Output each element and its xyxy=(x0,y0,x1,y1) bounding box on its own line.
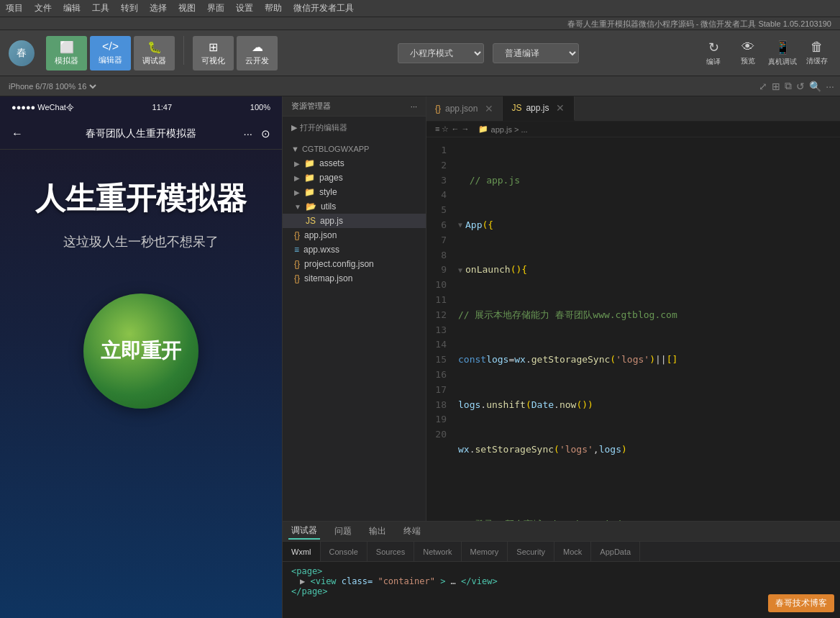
bottom-tabs: Wxml Console Sources Network Memory Secu… xyxy=(283,542,840,562)
watermark: 春哥技术博客 xyxy=(768,594,834,612)
menu-item-help[interactable]: 帮助 xyxy=(265,2,282,14)
visible-button[interactable]: ⊞ 可视化 xyxy=(193,36,234,71)
folder-utils-caret: ▼ xyxy=(294,203,301,211)
cloud-button[interactable]: ☁ 云开发 xyxy=(237,36,278,71)
refresh-icon[interactable]: ↺ xyxy=(796,81,805,92)
output-tab-btn[interactable]: 输出 xyxy=(366,524,389,539)
menu-item-tools[interactable]: 工具 xyxy=(92,2,109,14)
sitemap-icon: {} xyxy=(294,273,300,283)
phone-target-icon[interactable]: ⊙ xyxy=(261,127,270,140)
device-select[interactable]: iPhone 6/7/8 100% 16 xyxy=(6,81,99,91)
compile-select[interactable]: 普通编译 xyxy=(493,43,579,63)
layout-icon[interactable]: ⊞ xyxy=(772,81,780,92)
tab-appjs-close[interactable]: ✕ xyxy=(556,102,565,114)
open-editors-label: 打开的编辑器 xyxy=(300,122,347,133)
terminal-tab-btn[interactable]: 终端 xyxy=(401,524,424,539)
menu-item-view[interactable]: 视图 xyxy=(178,2,196,14)
folder-pages-icon: 📁 xyxy=(304,173,315,183)
issues-tab-btn[interactable]: 问题 xyxy=(332,524,355,539)
tab-appjson-close[interactable]: ✕ xyxy=(485,103,493,114)
breadcrumb-icons: ≡ ☆ ← → xyxy=(435,124,470,134)
tab-console[interactable]: Console xyxy=(321,542,368,561)
folder-utils-label: utils xyxy=(321,201,336,212)
html-line-2: ▶ <view class= "container" > … </view> xyxy=(291,576,831,586)
phone-restart-button[interactable]: 立即重开 xyxy=(83,294,198,409)
debugger-button[interactable]: 🐛 调试器 xyxy=(134,36,175,71)
cloud-label: 云开发 xyxy=(245,55,269,66)
file-appjson[interactable]: {} app.json xyxy=(283,228,426,242)
file-appjs-label: app.js xyxy=(320,216,343,226)
rotate-icon[interactable]: ⤢ xyxy=(759,81,767,92)
phone-panel: ●●●●● WeChat令 11:47 100% ← 春哥团队人生重开模拟器 ·… xyxy=(0,96,283,618)
simulator-button[interactable]: ⬜ 模拟器 xyxy=(46,36,87,71)
toolbar-btn-group: ⬜ 模拟器 </> 编辑器 🐛 调试器 ⊞ 可视化 ☁ 云开发 xyxy=(46,36,278,71)
folder-utils[interactable]: ▼ 📂 utils xyxy=(283,199,426,214)
menu-item-wechat[interactable]: 微信开发者工具 xyxy=(293,2,354,14)
project-section: ▼ CGTBLOGWXAPP ▶ 📁 assets ▶ 📁 pages ▶ 📁 … xyxy=(283,139,426,288)
tab-sources[interactable]: Sources xyxy=(368,542,414,561)
open-editors-section: ▶ 打开的编辑器 xyxy=(283,117,426,139)
folder-style-label: style xyxy=(319,187,337,197)
menu-item-interface[interactable]: 界面 xyxy=(207,2,224,14)
phone-nav-back[interactable]: ← xyxy=(12,127,23,140)
file-sitemap-label: sitemap.json xyxy=(304,273,352,283)
menu-item-file[interactable]: 文件 xyxy=(35,2,52,14)
more-icon[interactable]: ··· xyxy=(826,81,834,92)
tab-memory[interactable]: Memory xyxy=(462,542,508,561)
file-sitemap[interactable]: {} sitemap.json xyxy=(283,271,426,286)
tab-security[interactable]: Security xyxy=(508,542,554,561)
tab-appdata[interactable]: AppData xyxy=(591,542,640,561)
clearcache-action[interactable]: 🗑 清缓存 xyxy=(803,40,831,66)
file-tree-title: 资源管理器 xyxy=(291,101,331,112)
realdev-action[interactable]: 📱 真机调试 xyxy=(768,40,797,67)
folder-style[interactable]: ▶ 📁 style xyxy=(283,185,426,199)
tab-appjson-label: app.json xyxy=(445,104,478,114)
phone-content: 人生重开模拟器 这垃圾人生一秒也不想呆了 立即重开 xyxy=(0,150,282,618)
phone-header: ← 春哥团队人生重开模拟器 ··· ⊙ xyxy=(0,118,282,150)
copy-icon[interactable]: ⧉ xyxy=(785,80,792,92)
phone-time: 11:47 xyxy=(152,103,173,112)
file-appwxss[interactable]: ≡ app.wxss xyxy=(283,242,426,257)
tab-appjs-icon: JS xyxy=(511,103,521,113)
open-editors-title[interactable]: ▶ 打开的编辑器 xyxy=(283,119,426,136)
menu-item-settings[interactable]: 设置 xyxy=(236,2,253,14)
preview-action[interactable]: 👁 预览 xyxy=(734,40,762,66)
file-tree-more[interactable]: ··· xyxy=(411,102,417,111)
tab-wxml[interactable]: Wxml xyxy=(283,542,321,561)
realdev-icon: 📱 xyxy=(775,40,790,55)
tab-appjson-icon: {} xyxy=(435,104,441,114)
bottom-panel: 调试器 问题 输出 终端 Wxml Console Sources Networ… xyxy=(283,521,840,618)
tab-appjson[interactable]: {} app.json ✕ xyxy=(426,96,503,121)
folder-utils-icon: 📂 xyxy=(306,201,316,212)
breadcrumb-path: app.js > ... xyxy=(491,125,528,134)
project-label: CGTBLOGWXAPP xyxy=(302,145,370,153)
folder-style-caret: ▶ xyxy=(294,188,300,196)
file-projectconfig[interactable]: {} project.config.json xyxy=(283,257,426,271)
clearcache-icon: 🗑 xyxy=(811,40,823,55)
tab-mock[interactable]: Mock xyxy=(554,542,591,561)
debugger-tab-btn[interactable]: 调试器 xyxy=(288,523,320,540)
menu-item-goto[interactable]: 转到 xyxy=(121,2,138,14)
folder-assets[interactable]: ▶ 📁 assets xyxy=(283,156,426,171)
file-appjs[interactable]: JS app.js xyxy=(283,214,426,228)
menu-item-edit[interactable]: 编辑 xyxy=(63,2,81,14)
simulator-icon: ⬜ xyxy=(60,40,74,54)
tab-appjs[interactable]: JS app.js ✕ xyxy=(503,96,575,121)
folder-pages[interactable]: ▶ 📁 pages xyxy=(283,171,426,185)
project-title[interactable]: ▼ CGTBLOGWXAPP xyxy=(283,142,426,156)
toolbar-right: ↻ 编译 👁 预览 📱 真机调试 🗑 清缓存 xyxy=(699,40,831,67)
menu-item-project[interactable]: 项目 xyxy=(6,2,23,14)
editor-label: 编辑器 xyxy=(99,55,122,65)
compile-action[interactable]: ↻ 编译 xyxy=(699,40,728,67)
search-icon[interactable]: 🔍 xyxy=(809,81,821,92)
tab-network[interactable]: Network xyxy=(414,542,461,561)
editor-breadcrumb: ≡ ☆ ← → 📁 app.js > ... xyxy=(426,122,840,137)
menu-item-select[interactable]: 选择 xyxy=(150,2,167,14)
editor-tabs: {} app.json ✕ JS app.js ✕ xyxy=(426,96,840,122)
realdev-label: 真机调试 xyxy=(768,57,797,67)
phone-dots-icon[interactable]: ··· xyxy=(243,127,252,140)
editor-button[interactable]: </> 编辑器 xyxy=(90,36,131,71)
avatar: 春 xyxy=(9,40,35,66)
mode-select[interactable]: 小程序模式 xyxy=(398,43,484,63)
compile-label: 编译 xyxy=(706,57,721,67)
